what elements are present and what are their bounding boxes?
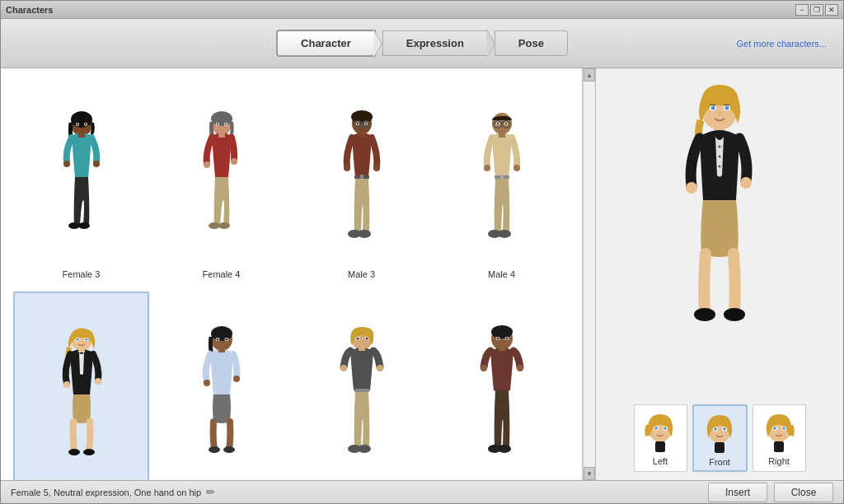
character-item-male6[interactable]: Male 6 — [434, 292, 570, 480]
preview-character-svg — [649, 81, 790, 377]
svg-point-36 — [358, 230, 371, 238]
svg-point-67 — [225, 338, 227, 341]
close-button-main[interactable]: Close — [774, 483, 833, 502]
scrollbar[interactable]: ▲ ▼ — [583, 68, 596, 480]
get-more-link[interactable]: Get more characters... — [737, 39, 827, 49]
window-title: Characters — [6, 5, 795, 15]
svg-rect-80 — [354, 389, 369, 392]
character-item-male4[interactable]: Male 4 — [434, 77, 570, 287]
svg-point-85 — [491, 325, 513, 338]
character-figure-male3 — [316, 85, 407, 266]
title-bar-buttons: − ❐ ✕ — [795, 4, 838, 16]
svg-point-104 — [719, 166, 721, 168]
svg-point-57 — [63, 381, 70, 388]
character-svg-male6 — [469, 324, 535, 456]
svg-rect-110 — [726, 313, 731, 318]
svg-point-121 — [723, 427, 726, 431]
svg-point-27 — [364, 123, 366, 124]
svg-point-114 — [654, 427, 658, 430]
svg-point-127 — [782, 427, 785, 430]
svg-rect-21 — [218, 133, 225, 138]
svg-point-26 — [356, 123, 358, 124]
character-item-female5[interactable]: Female 5 — [13, 292, 149, 480]
pose-thumb-face-right — [757, 408, 802, 454]
title-bar: Characters − ❐ ✕ — [1, 1, 843, 19]
character-item-female4[interactable]: Female 4 — [153, 77, 289, 287]
svg-point-19 — [209, 222, 220, 229]
svg-point-90 — [481, 365, 487, 371]
svg-point-45 — [484, 165, 490, 171]
svg-point-15 — [216, 124, 218, 125]
character-item-male3[interactable]: Male 3 — [293, 77, 429, 287]
pose-thumb-front[interactable]: Front — [692, 404, 748, 472]
svg-rect-72 — [218, 348, 225, 352]
svg-rect-37 — [359, 133, 365, 138]
pose-thumb-label-front: Front — [709, 457, 730, 467]
restore-button[interactable]: ❐ — [810, 4, 823, 16]
svg-rect-51 — [499, 133, 505, 138]
svg-point-98 — [711, 106, 715, 110]
svg-point-58 — [95, 378, 101, 385]
character-item-male5[interactable]: Male 5 — [293, 292, 429, 480]
svg-point-126 — [773, 427, 776, 430]
status-text-container: Female 5, Neutral expression, One hand o… — [11, 486, 215, 498]
character-label-male3: Male 3 — [348, 269, 375, 279]
svg-rect-10 — [78, 133, 85, 138]
svg-point-46 — [513, 165, 520, 171]
svg-point-115 — [663, 427, 667, 430]
pose-thumb-right[interactable]: Right — [753, 404, 806, 472]
svg-point-102 — [719, 146, 721, 148]
character-figure-male5 — [316, 300, 407, 480]
status-description: Female 5, Neutral expression, One hand o… — [11, 488, 201, 497]
scroll-up-button[interactable]: ▲ — [584, 68, 595, 82]
minimize-button[interactable]: − — [795, 4, 809, 16]
character-svg-male3 — [329, 110, 395, 241]
close-button[interactable]: ✕ — [825, 4, 838, 16]
character-item-female3[interactable]: Female 3 — [13, 77, 149, 287]
svg-point-103 — [719, 156, 721, 158]
svg-rect-128 — [774, 441, 784, 452]
content-area: Female 3 — [1, 68, 843, 480]
svg-point-78 — [340, 365, 347, 371]
svg-point-5 — [84, 124, 86, 125]
svg-point-106 — [740, 177, 752, 189]
svg-point-60 — [83, 449, 95, 455]
svg-point-23 — [351, 110, 373, 124]
tab-character[interactable]: Character — [276, 30, 376, 57]
character-label-male4: Male 4 — [488, 269, 515, 279]
edit-icon[interactable]: ✏ — [206, 486, 215, 498]
character-svg-male5 — [329, 324, 395, 456]
character-svg-female6 — [189, 324, 255, 456]
insert-button[interactable]: Insert — [708, 483, 767, 502]
character-figure-male4 — [457, 85, 547, 266]
pose-thumbnails: Left — [634, 404, 806, 472]
svg-point-69 — [233, 376, 240, 382]
tab-pose[interactable]: Pose — [495, 30, 568, 56]
svg-point-8 — [68, 222, 80, 229]
tabs-container: Character Expression Pose — [276, 30, 568, 57]
character-label-female3: Female 3 — [63, 269, 101, 279]
svg-point-63 — [211, 326, 232, 341]
svg-point-91 — [517, 365, 523, 371]
character-figure-female5 — [36, 300, 127, 480]
svg-point-88 — [496, 338, 499, 340]
pose-thumb-face-left — [638, 408, 683, 454]
pose-thumb-label-left: Left — [653, 456, 668, 466]
svg-point-77 — [365, 338, 368, 340]
pose-thumb-left[interactable]: Left — [634, 404, 687, 472]
tab-expression[interactable]: Expression — [382, 30, 488, 56]
svg-rect-116 — [655, 441, 665, 452]
pose-thumb-label-right: Right — [768, 456, 790, 466]
svg-rect-109 — [696, 313, 701, 318]
character-item-female6[interactable]: Female 6 — [153, 292, 289, 480]
svg-point-71 — [223, 446, 235, 453]
character-figure-female4 — [176, 85, 267, 266]
svg-point-41 — [496, 123, 498, 124]
scroll-down-button[interactable]: ▼ — [584, 467, 595, 480]
svg-point-120 — [714, 427, 717, 431]
svg-point-4 — [76, 124, 77, 125]
svg-point-17 — [204, 161, 210, 168]
status-buttons: Insert Close — [708, 483, 833, 502]
character-figure-male6 — [457, 300, 547, 480]
svg-point-1 — [71, 111, 92, 128]
